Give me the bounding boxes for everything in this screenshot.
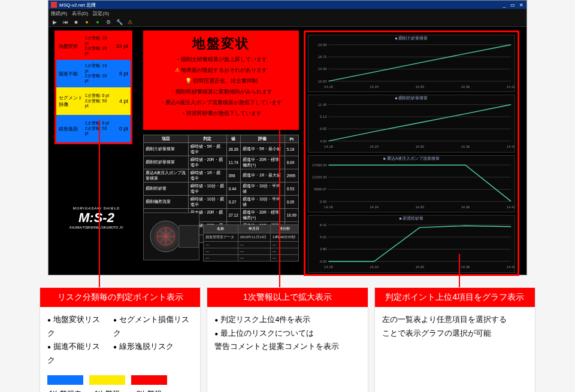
table-row: ——— <box>204 248 299 255</box>
table-header: 時分秒 <box>270 225 298 233</box>
wrench-icon[interactable]: 🔧 <box>116 19 123 25</box>
alarm-panel: 地盤変状 ・掘削土砂量積算が急上昇しています 地表面が隆起するおそれがあります … <box>143 31 299 130</box>
charts-panel: ■ 掘削土砂量積算23.0818.7214.3610.0014.1814.241… <box>304 31 519 276</box>
bullet-item: 判定リスク上位4件を表示 <box>214 313 360 327</box>
svg-text:14.24: 14.24 <box>370 205 379 209</box>
table-row[interactable]: 掘削偏差流量瞬時値・10分・掘進中0.27掘進中・10分・平均値0.05 <box>144 196 299 209</box>
svg-text:14.24: 14.24 <box>370 145 379 149</box>
warning-icon[interactable]: ⚠ <box>126 19 134 25</box>
svg-text:14.30: 14.30 <box>415 266 424 269</box>
chart-3[interactable]: ■ 排泥乾砂量8.415.612.800.0014.1814.2414.3014… <box>308 215 515 272</box>
risk-bullet: 地盤変状リスク <box>47 313 105 340</box>
table-header: 評価 <box>241 135 285 143</box>
risk-thresholds: 1次警報: 0 pt2次警報: 50 pt <box>85 121 111 136</box>
close-icon[interactable]: ✕ <box>518 2 524 8</box>
stop-icon[interactable]: ■ <box>72 19 80 25</box>
alarm-line: ・掘削土砂量積算が急上昇しています <box>149 56 293 63</box>
svg-text:2.80: 2.80 <box>320 248 327 251</box>
card-title: 判定ポイント上位4項目をグラフ表示 <box>375 288 535 307</box>
logo-line3: KAJIMA/TOBISHIMA/OKUMOTO JV <box>55 226 138 229</box>
svg-text:0.00: 0.00 <box>320 260 327 263</box>
svg-text:18.72: 18.72 <box>318 55 327 59</box>
shield-illustration <box>143 212 199 260</box>
callout-card-graphs: 判定ポイント上位4項目をグラフ表示 左の一覧表より任意項目を選択する ことで表示… <box>374 287 535 392</box>
menu-item[interactable]: 接続(R) <box>51 10 67 17</box>
risk-bullet: 線形逸脱リスク <box>113 340 193 354</box>
risk-row-segment[interactable]: セグメント損傷 1次警報: 0 pt2次警報: 50 pt 4 pt <box>56 87 131 115</box>
chart-0[interactable]: ■ 掘削土砂量積算23.0818.7214.3610.0014.1814.241… <box>308 35 515 92</box>
menu-item[interactable]: 設定(S) <box>93 10 109 17</box>
legend-swatch: 1次警報未満 <box>47 375 83 392</box>
window-title: MSQ-v2.net 北棟 <box>59 2 499 8</box>
legend-swatch: 1次警報 <box>89 375 125 392</box>
svg-text:14.18: 14.18 <box>324 266 333 269</box>
chart-2[interactable]: ■ 裏込A液注入ポンプ流量積算17000.0011333.335666.670.… <box>308 155 515 212</box>
status-dot-icon[interactable]: ● <box>94 19 101 25</box>
callout-card-risks: リスク分類毎の判定ポイント表示 地盤変状リスク 掘進不能リスク セグメント損傷リ… <box>40 287 201 392</box>
table-row[interactable]: 掘削土砂量積算瞬時値・5R・掘進中28.28掘進中・5R・最小値5.18 <box>144 143 299 156</box>
risk-name: 地盤変状 <box>56 43 85 50</box>
table-header: 判定 <box>188 135 226 143</box>
minimize-icon[interactable]: _ <box>501 2 507 8</box>
svg-text:14.30: 14.30 <box>415 205 424 209</box>
swatch-box <box>89 375 125 385</box>
alarm-suggestion: 切羽圧適正化、排土量抑制 <box>149 77 293 85</box>
connector-line <box>99 120 100 290</box>
svg-text:14.36: 14.36 <box>461 205 470 209</box>
chart-title: ■ 裏込A液注入ポンプ流量積算 <box>383 156 440 162</box>
alarm-line: ・裏込A液注入ポンプ流量積算が急低下しています <box>149 99 293 107</box>
record-icon[interactable]: ● <box>83 19 90 25</box>
risk-name: セグメント損傷 <box>56 95 85 108</box>
table-row: 掘進管理表データ2016年11月14日14時46分00秒 <box>204 233 299 242</box>
swatch-label: 1次警報未満 <box>47 388 83 392</box>
alarm-heading: 地盤変状 <box>149 35 293 53</box>
table-row[interactable]: 裏込A液注入ポンプ流量積算瞬時値・1R・掘進中098掘進中・1R・最大値2995 <box>144 169 299 183</box>
svg-text:14.42: 14.42 <box>507 266 515 269</box>
play-icon[interactable]: ▶ <box>51 19 58 25</box>
chart-1[interactable]: ■ 掘削乾砂量積算11.459.136.824.5014.1814.2414.3… <box>308 95 515 152</box>
svg-text:14.36: 14.36 <box>461 266 470 269</box>
menu-item[interactable]: 表示(D) <box>72 10 88 17</box>
card-title: リスク分類毎の判定ポイント表示 <box>40 288 200 307</box>
swatch-box <box>131 375 167 385</box>
svg-text:8.41: 8.41 <box>320 223 326 227</box>
title-bar[interactable]: MSQ-v2.net 北棟 _ ▭ ✕ <box>49 1 526 9</box>
table-row: ——— <box>204 255 299 262</box>
svg-text:14.30: 14.30 <box>415 145 424 149</box>
main-canvas: 地盤変状 1次警報: 10 pt2次警報: 20 pt 24 pt 掘進不能 1… <box>49 27 526 275</box>
svg-text:11.45: 11.45 <box>318 103 327 107</box>
table-row[interactable]: 掘削乾砂量瞬時値・10分・掘進中0.44掘進中・10分・平均値0.53 <box>144 183 299 196</box>
callout-card-alarm: 1次警報以上で拡大表示 判定リスク上位4件を表示最上位のリスクについては 警告コ… <box>207 287 368 392</box>
risk-bullet: セグメント損傷リスク <box>113 313 193 340</box>
swatch-label: 1次警報 <box>89 388 125 392</box>
svg-text:14.42: 14.42 <box>507 145 515 149</box>
svg-text:0.00: 0.00 <box>320 200 327 203</box>
risk-points: 8 pt <box>111 71 131 77</box>
card-title: 1次警報以上で拡大表示 <box>207 288 367 307</box>
legend-swatch: 2次警報 <box>131 375 167 392</box>
card-text: 左の一覧表より任意項目を選択する ことで表示グラフの選択が可能 <box>375 307 535 348</box>
maximize-icon[interactable]: ▭ <box>510 2 516 8</box>
svg-text:14.18: 14.18 <box>324 145 333 149</box>
risk-row-drive[interactable]: 掘進不能 1次警報: 10 pt2次警報: 20 pt 8 pt <box>56 60 131 87</box>
product-logo: MORIGASAKI SHIELD M:S-2 KAJIMA/TOBISHIMA… <box>55 206 138 229</box>
risk-row-alignment[interactable]: 線形逸脱 1次警報: 0 pt2次警報: 50 pt 0 pt <box>56 115 131 142</box>
table-row[interactable]: 掘削乾砂量積算瞬時値・20R・掘進中11.74掘進中・20R・標準偏差(+)8.… <box>144 156 299 169</box>
svg-text:14.24: 14.24 <box>370 85 379 89</box>
rewind-icon[interactable]: ⏮ <box>62 19 69 25</box>
swatch-label: 2次警報 <box>131 388 167 392</box>
risk-points: 0 pt <box>111 126 131 132</box>
table-header: 値 <box>226 135 240 143</box>
table-row: ——— <box>204 242 299 248</box>
svg-text:14.18: 14.18 <box>324 85 333 89</box>
connector-line <box>279 108 280 290</box>
svg-text:14.42: 14.42 <box>507 205 515 209</box>
svg-text:5666.67: 5666.67 <box>314 187 326 191</box>
alarm-warning: 地表面が隆起するおそれがあります <box>149 66 293 74</box>
svg-text:4.50: 4.50 <box>320 139 327 143</box>
bullet-item: 最上位のリスクについては 警告コメントと提案コメントを表示 <box>214 327 360 354</box>
risk-row-ground[interactable]: 地盤変状 1次警報: 10 pt2次警報: 20 pt 24 pt <box>56 32 131 60</box>
app-icon <box>51 2 57 8</box>
status-table: 名称年月日時分秒 掘進管理表データ2016年11月14日14時46分00秒———… <box>203 224 299 262</box>
gear-icon[interactable]: ⚙ <box>105 19 112 25</box>
